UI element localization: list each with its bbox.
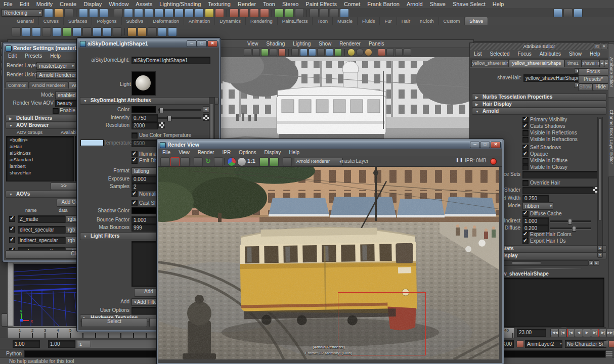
select-component-icon[interactable] (99, 9, 108, 18)
film-gate-icon[interactable] (261, 49, 269, 56)
shelf-tab-hair[interactable]: Hair (397, 17, 415, 25)
select-camera-icon[interactable] (244, 49, 251, 56)
default-material-icon[interactable] (347, 49, 355, 56)
ae-tab-shavehairshape[interactable]: shaveHairShap (582, 59, 600, 67)
side-tab-channel-box[interactable]: Channel Box / Layer Editor (608, 97, 614, 177)
keep-image-icon[interactable] (259, 157, 269, 166)
pause-icon[interactable]: ❚❚ (456, 158, 463, 162)
rv-menu-view[interactable]: View (174, 149, 194, 156)
open-scene-icon[interactable] (54, 9, 63, 18)
show-attribute-editor-icon[interactable] (553, 9, 562, 18)
minimize-icon[interactable]: ─ (470, 142, 480, 148)
animation-start-field[interactable]: 1.00 (13, 340, 40, 348)
close-icon[interactable]: ✕ (491, 142, 501, 148)
shelf-tab-ncloth[interactable]: nCloth (415, 17, 438, 25)
rs-tab-arnold-renderer[interactable]: Arnold Renderer (29, 81, 68, 89)
shave-clump-icon[interactable] (82, 27, 92, 36)
rotate-tool-icon[interactable] (134, 9, 143, 18)
shelf-tab-custom[interactable]: Custom (439, 17, 465, 25)
output-connections-icon[interactable] (285, 9, 294, 18)
max-bounces-field[interactable]: 999 (131, 224, 158, 232)
move-right-button[interactable]: >> (51, 183, 77, 190)
menu-window[interactable]: Window (105, 0, 132, 8)
menu-lighting-shading[interactable]: Lighting/Shading (156, 0, 204, 8)
color-slider[interactable] (158, 109, 201, 111)
menu-create[interactable]: Create (56, 0, 80, 8)
renderer-dropdown[interactable]: Arnold Renderer (294, 158, 343, 165)
shave-create-hair-icon[interactable] (22, 27, 31, 36)
hide-button[interactable]: Hide (593, 83, 608, 91)
ae-menu-help[interactable]: Help (586, 50, 604, 58)
shelf-tab-painteffects[interactable]: PaintEffects (278, 17, 313, 25)
step-forward-key-button[interactable]: ▶| (591, 329, 599, 337)
scale-tool-icon[interactable] (144, 9, 153, 18)
lock-length-icon[interactable] (127, 27, 137, 36)
anim-layer-field[interactable]: AnimLayer2 (525, 340, 562, 348)
list-item[interactable]: shaveHair (7, 169, 74, 176)
shelf-tab-dynamics[interactable]: Dynamics (215, 17, 246, 25)
select-object-icon[interactable] (89, 9, 98, 18)
show-button[interactable]: Show (578, 83, 593, 91)
gate-mask-icon[interactable] (278, 49, 286, 56)
shelf-tab-polygons[interactable]: Polygons (92, 17, 121, 25)
export-hair-ids-checkbox[interactable] (522, 238, 529, 244)
ae-scroll-left-icon[interactable]: ◀ (588, 260, 594, 266)
menu-stereo[interactable]: Stereo (279, 0, 302, 8)
go-to-end-button[interactable]: ▶▶| (606, 329, 614, 337)
refresh-ipr-icon[interactable]: ↻ (204, 157, 212, 165)
visible-in-diffuse-checkbox[interactable] (522, 158, 529, 164)
mute-layer-icon[interactable] (516, 340, 524, 348)
panel-menu-shading[interactable]: Shading (262, 40, 289, 48)
snapshot-icon[interactable] (181, 157, 190, 166)
record-dot-icon[interactable] (490, 158, 497, 165)
shelf-tab-deformation[interactable]: Deformation (148, 17, 184, 25)
menu-frank-barton[interactable]: Frank Barton (364, 0, 403, 8)
rv-menu-render[interactable]: Render (194, 149, 218, 156)
auto-keyframe-icon[interactable] (608, 340, 614, 348)
bounce-factor-field[interactable]: 1.000 (131, 216, 158, 224)
hair-preset-long-icon[interactable] (168, 27, 177, 36)
render-layer-dropdown[interactable]: masterLayer (36, 62, 75, 70)
aov-groups-list[interactable]: <builtin> aiHair aiSkinSss aiStandard la… (6, 136, 74, 181)
shelf-tab-fluids[interactable]: Fluids (358, 17, 380, 25)
rv-menu-display[interactable]: Display (260, 149, 285, 156)
hair-preset-short-icon[interactable] (158, 27, 167, 36)
visible-in-refractions-checkbox[interactable] (522, 136, 529, 143)
shelf-tab-subdivs[interactable]: Subdivs (122, 17, 149, 25)
current-frame-field[interactable]: 23.00 (517, 329, 546, 337)
rv-menu-options[interactable]: Options (235, 149, 260, 156)
list-item[interactable]: aiSkinSss (7, 150, 74, 156)
snap-magnet-2-icon[interactable] (240, 9, 249, 18)
snap-point-icon[interactable] (174, 9, 184, 18)
ae-scroll-right-icon[interactable]: ▶ (594, 260, 599, 266)
aov-name-field[interactable]: indirect_specular (18, 237, 66, 244)
keyable-icon[interactable] (215, 9, 224, 18)
select-button[interactable]: Select (81, 318, 147, 327)
rs-menu-presets[interactable]: Presets (21, 52, 46, 60)
menu-file[interactable]: File (0, 0, 16, 8)
close-icon[interactable]: ✕ (601, 43, 607, 50)
shelf-tab-rendering[interactable]: Rendering (246, 17, 278, 25)
enable-aov-checkbox[interactable] (53, 108, 59, 114)
shelf-tab-animation[interactable]: Animation (184, 17, 215, 25)
override-hair-checkbox[interactable] (522, 180, 529, 186)
playback-start-field[interactable]: 1.00 (48, 340, 75, 348)
step-back-frame-button[interactable]: |◀ (558, 329, 567, 337)
menu-paint-effects[interactable]: Paint Effects (302, 0, 340, 8)
gold-material-icon[interactable] (365, 49, 372, 56)
section-nurbs-tesselation[interactable]: Nurbs Tesselation Properties (472, 94, 606, 101)
shelf-tab-toon[interactable]: Toon (313, 17, 333, 25)
one-to-one-icon[interactable]: 1:1 (247, 158, 255, 164)
textured-icon[interactable] (309, 49, 316, 56)
rgb-channels-icon[interactable] (227, 157, 236, 166)
ipr-render-icon[interactable] (320, 9, 329, 18)
highlight-selection-icon[interactable] (114, 9, 123, 18)
menu-render[interactable]: Render (234, 0, 259, 8)
go-to-start-button[interactable]: |◀◀ (550, 329, 559, 337)
visible-in-reflections-checkbox[interactable] (522, 130, 529, 136)
grid-icon[interactable] (252, 49, 260, 56)
side-tab-attribute-editor[interactable]: Attribute Editor (608, 43, 614, 101)
casts-shadows-checkbox[interactable] (522, 123, 529, 129)
snap-grid-icon[interactable] (154, 9, 163, 18)
menu-texturing[interactable]: Texturing (204, 0, 234, 8)
